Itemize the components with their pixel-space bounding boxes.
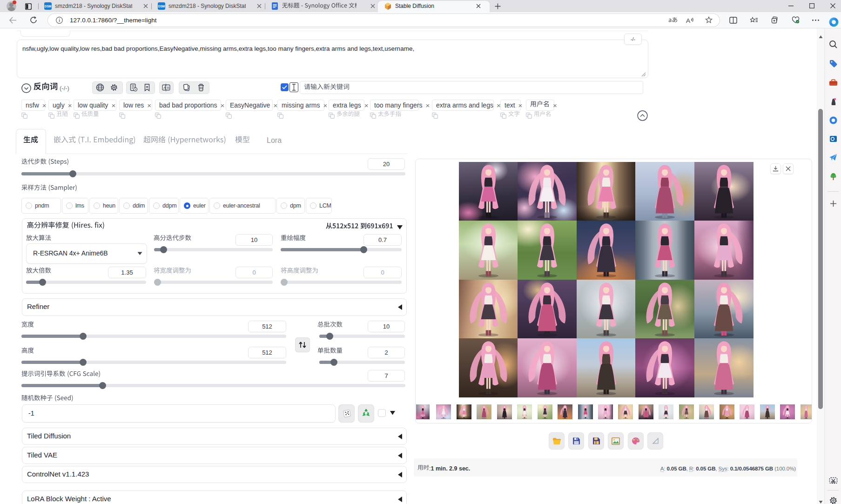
svg-text:B: B (167, 86, 169, 90)
svg-text:A: A (686, 17, 690, 24)
